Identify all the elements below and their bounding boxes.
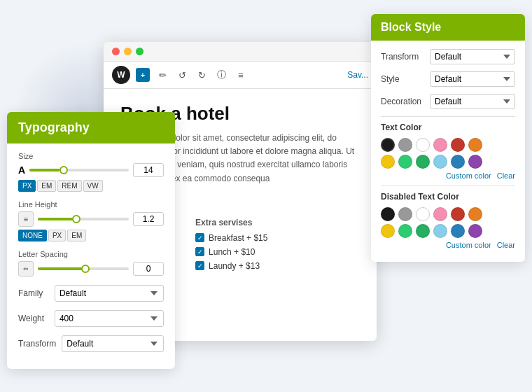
bs-transform-row: Transform Default xyxy=(381,49,515,64)
bs-transform-label: Transform xyxy=(381,52,430,62)
family-field-group: Family Default xyxy=(18,285,164,302)
transform-select[interactable]: Default xyxy=(62,335,164,352)
line-height-icon: ≡ xyxy=(18,211,34,227)
color-swatch[interactable] xyxy=(416,155,430,169)
line-height-unit-buttons: NONE PX EM xyxy=(18,230,164,241)
typography-header: Typography xyxy=(7,112,175,144)
save-button[interactable]: Sav... xyxy=(347,70,368,80)
checkbox-checked[interactable]: ✓ xyxy=(195,233,204,242)
bs-style-row: Style Default xyxy=(381,71,515,87)
family-label: Family xyxy=(18,288,49,298)
weight-label: Weight xyxy=(18,314,49,323)
line-height-field-group: Line Height ≡ NONE PX EM xyxy=(18,200,164,241)
color-swatch[interactable] xyxy=(451,155,465,169)
typography-panel: Typography Size A PX EM REM VW Line Heig… xyxy=(7,112,175,369)
color-swatch[interactable] xyxy=(381,207,395,221)
color-swatch[interactable] xyxy=(433,155,447,169)
text-color-actions: Custom color Clear xyxy=(381,172,515,180)
lh-unit-none[interactable]: NONE xyxy=(18,230,47,241)
color-swatch[interactable] xyxy=(451,138,465,152)
color-swatch[interactable] xyxy=(468,155,482,169)
text-color-grid-row1 xyxy=(381,138,515,152)
service-label: Breakfast + $15 xyxy=(209,233,267,243)
list-item: ✓ Breakfast + $15 xyxy=(195,233,267,243)
size-label: Size xyxy=(18,152,164,160)
color-swatch[interactable] xyxy=(468,207,482,221)
services-col2: Extra servises ✓ Breakfast + $15 ✓ Lunch… xyxy=(195,218,267,275)
lh-unit-em[interactable]: EM xyxy=(67,230,86,241)
clear-color-link[interactable]: Clear xyxy=(497,172,515,180)
letter-spacing-label: Letter Spacing xyxy=(18,250,164,258)
text-color-grid-row2 xyxy=(381,155,515,169)
bs-style-label: Style xyxy=(381,74,430,84)
minimize-button[interactable] xyxy=(124,48,132,55)
color-swatch[interactable] xyxy=(381,155,395,169)
size-slider[interactable] xyxy=(29,169,129,172)
color-swatch[interactable] xyxy=(416,207,430,221)
unit-rem[interactable]: REM xyxy=(57,180,81,192)
transform-label: Transform xyxy=(18,339,56,349)
color-swatch[interactable] xyxy=(381,138,395,152)
unit-px[interactable]: PX xyxy=(18,180,36,192)
color-swatch[interactable] xyxy=(381,224,395,238)
color-swatch[interactable] xyxy=(433,207,447,221)
block-style-header: Block Style xyxy=(371,14,525,41)
size-unit-buttons: PX EM REM VW xyxy=(18,180,164,192)
color-swatch[interactable] xyxy=(416,224,430,238)
wordpress-icon: W xyxy=(112,66,130,84)
text-color-title: Text Color xyxy=(381,122,515,132)
disabled-color-grid-row1 xyxy=(381,207,515,221)
editor-titlebar xyxy=(104,42,377,62)
info-icon[interactable]: ⓘ xyxy=(214,68,228,82)
letter-spacing-input[interactable] xyxy=(133,262,164,276)
color-swatch[interactable] xyxy=(468,138,482,152)
color-swatch[interactable] xyxy=(468,224,482,238)
disabled-custom-color-link[interactable]: Custom color xyxy=(446,241,491,249)
letter-spacing-icon: ⇔ xyxy=(18,261,34,276)
letter-spacing-slider[interactable] xyxy=(38,267,129,270)
redo-icon[interactable]: ↻ xyxy=(195,68,209,82)
bs-decoration-select[interactable]: Default xyxy=(430,94,515,109)
custom-color-link[interactable]: Custom color xyxy=(446,172,491,180)
color-swatch[interactable] xyxy=(451,224,465,238)
family-select[interactable]: Default xyxy=(55,285,164,302)
size-field-group: Size A PX EM REM VW xyxy=(18,152,164,192)
undo-icon[interactable]: ↺ xyxy=(175,68,189,82)
col2-header: Extra servises xyxy=(195,218,267,227)
lh-unit-px[interactable]: PX xyxy=(48,230,66,241)
service-label: Laundy + $13 xyxy=(209,261,260,271)
bs-decoration-label: Decoration xyxy=(381,97,430,106)
color-swatch[interactable] xyxy=(398,207,412,221)
disabled-text-color-title: Disabled Text Color xyxy=(381,192,515,202)
add-block-button[interactable]: + xyxy=(136,68,150,82)
color-swatch[interactable] xyxy=(398,224,412,238)
weight-select[interactable]: 400 xyxy=(55,310,164,327)
bs-decoration-row: Decoration Default xyxy=(381,94,515,109)
maximize-button[interactable] xyxy=(136,48,144,55)
line-height-input[interactable] xyxy=(133,212,164,226)
bs-style-select[interactable]: Default xyxy=(430,71,515,87)
color-swatch[interactable] xyxy=(398,138,412,152)
size-letter: A xyxy=(18,164,25,176)
editor-toolbar: W + ✏ ↺ ↻ ⓘ ≡ Sav... xyxy=(104,62,377,89)
color-swatch[interactable] xyxy=(416,138,430,152)
line-height-slider[interactable] xyxy=(38,218,129,220)
checkbox-checked[interactable]: ✓ xyxy=(195,261,204,270)
checkbox-checked[interactable]: ✓ xyxy=(195,247,204,256)
disabled-clear-color-link[interactable]: Clear xyxy=(497,241,515,249)
list-item: ✓ Laundy + $13 xyxy=(195,261,267,271)
disabled-color-grid-row2 xyxy=(381,224,515,238)
close-button[interactable] xyxy=(112,48,120,55)
edit-tool-icon[interactable]: ✏ xyxy=(155,68,169,82)
color-swatch[interactable] xyxy=(451,207,465,221)
disabled-color-actions: Custom color Clear xyxy=(381,241,515,249)
unit-em[interactable]: EM xyxy=(37,180,56,192)
menu-icon[interactable]: ≡ xyxy=(234,68,248,82)
block-style-panel: Block Style Transform Default Style Defa… xyxy=(371,14,525,262)
color-swatch[interactable] xyxy=(433,224,447,238)
color-swatch[interactable] xyxy=(398,155,412,169)
bs-transform-select[interactable]: Default xyxy=(430,49,515,64)
size-input[interactable] xyxy=(133,163,164,177)
color-swatch[interactable] xyxy=(433,138,447,152)
unit-vw[interactable]: VW xyxy=(83,180,103,192)
